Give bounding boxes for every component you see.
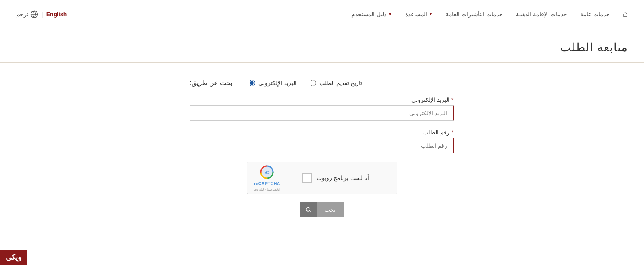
- nav-right: ⌂ خدمات عامة خدمات الإقامة الذهبية خدمات…: [351, 9, 628, 19]
- recaptcha-middle: أنا لست برنامج روبوت: [280, 173, 390, 183]
- email-input[interactable]: [190, 105, 454, 121]
- radio-options: تاريخ تقديم الطلب البريد الإلكتروني: [249, 80, 362, 86]
- form-group-request-number: * رقم الطلب: [190, 129, 454, 153]
- radio-option-date[interactable]: تاريخ تقديم الطلب: [310, 80, 362, 86]
- radio-date-label: تاريخ تقديم الطلب: [319, 80, 362, 86]
- translate-button[interactable]: ترجم: [16, 10, 38, 18]
- form-container: تاريخ تقديم الطلب البريد الإلكتروني بحث …: [190, 79, 454, 217]
- search-button-icon[interactable]: [300, 202, 317, 217]
- search-button[interactable]: بحث: [300, 202, 344, 217]
- translate-icon: [30, 10, 38, 18]
- home-icon[interactable]: ⌂: [623, 9, 628, 19]
- search-btn-container: بحث: [190, 202, 454, 217]
- nav-item-golden-residence[interactable]: خدمات الإقامة الذهبية: [516, 11, 567, 18]
- radio-date-input[interactable]: [310, 80, 316, 86]
- nav-divider: |: [41, 11, 43, 18]
- help-dropdown-arrow: ▼: [429, 12, 433, 16]
- recaptcha-container: أنا لست برنامج روبوت rC reCAPTCHA: [190, 162, 454, 194]
- nav-item-visa-services[interactable]: خدمات التأشيرات العامة: [445, 11, 503, 18]
- nav-left: English | ترجم: [16, 10, 67, 18]
- request-number-label: * رقم الطلب: [190, 129, 454, 136]
- recaptcha-brand-text: reCAPTCHA: [254, 181, 280, 186]
- nav-item-general-services[interactable]: خدمات عامة: [580, 11, 610, 18]
- radio-option-email[interactable]: البريد الإلكتروني: [249, 80, 297, 86]
- radio-email-label: البريد الإلكتروني: [258, 80, 297, 86]
- search-button-text[interactable]: بحث: [317, 202, 344, 217]
- search-by-label: بحث عن طريق:: [190, 79, 232, 87]
- main-content: تاريخ تقديم الطلب البريد الإلكتروني بحث …: [0, 63, 644, 233]
- svg-line-4: [310, 211, 311, 212]
- form-group-email: * البريد الإلكتروني: [190, 96, 454, 121]
- recaptcha-brand-area: rC reCAPTCHA الخصوصية · الشروط: [254, 165, 281, 191]
- recaptcha-links: الخصوصية · الشروط: [254, 188, 281, 191]
- page-title-section: متابعة الطلب: [0, 28, 644, 63]
- search-by-section: تاريخ تقديم الطلب البريد الإلكتروني بحث …: [190, 79, 454, 87]
- email-label: * البريد الإلكتروني: [190, 96, 454, 103]
- svg-text:rC: rC: [265, 170, 270, 175]
- radio-email-input[interactable]: [249, 80, 255, 86]
- svg-point-3: [306, 208, 310, 211]
- nav-item-user-guide[interactable]: ▼ دليل المستخدم: [351, 11, 392, 18]
- email-required-marker: *: [451, 96, 453, 103]
- search-icon: [305, 206, 312, 213]
- request-number-input[interactable]: [190, 138, 454, 153]
- nav-item-help[interactable]: ▼ المساعدة: [405, 11, 433, 18]
- recaptcha-logo-icon: rC: [260, 165, 274, 180]
- recaptcha-box[interactable]: أنا لست برنامج روبوت rC reCAPTCHA: [247, 162, 397, 194]
- request-required-marker: *: [451, 129, 453, 136]
- page-title: متابعة الطلب: [16, 41, 628, 54]
- recaptcha-checkbox[interactable]: [302, 173, 312, 183]
- translate-label: ترجم: [16, 11, 28, 18]
- header: ⌂ خدمات عامة خدمات الإقامة الذهبية خدمات…: [0, 0, 644, 28]
- not-robot-text: أنا لست برنامج روبوت: [317, 175, 369, 181]
- english-link[interactable]: English: [46, 11, 67, 18]
- user-guide-dropdown-arrow: ▼: [388, 12, 392, 16]
